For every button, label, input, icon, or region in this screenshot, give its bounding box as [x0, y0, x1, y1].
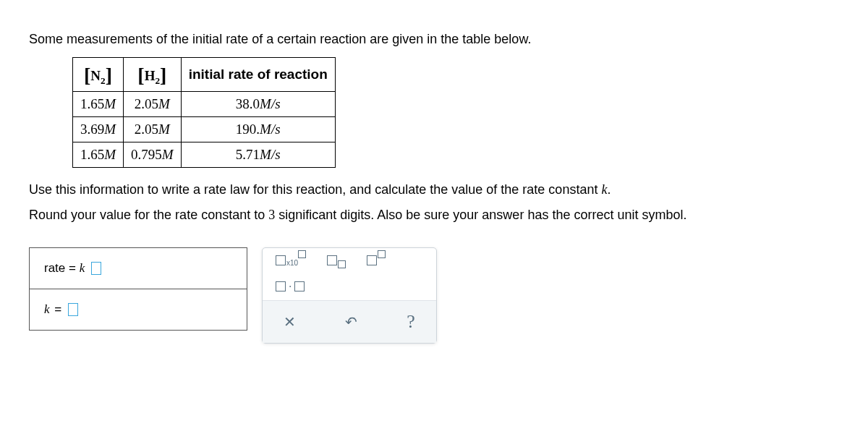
superscript-button[interactable]	[367, 255, 385, 265]
clear-button[interactable]: ✕	[284, 313, 296, 331]
table-row: 3.69M 2.05M 190.M/s	[73, 116, 336, 142]
help-button[interactable]: ?	[407, 311, 415, 333]
answer-box: rate = k k =	[29, 247, 247, 331]
equals-label: =	[54, 302, 65, 316]
k-value-input[interactable]	[68, 303, 78, 316]
multiply-button[interactable]: ·	[276, 280, 305, 293]
undo-button[interactable]: ↶	[345, 313, 357, 331]
k-symbol: k	[44, 302, 50, 316]
rate-law-input[interactable]	[91, 262, 101, 275]
header-n2: [N2]	[73, 58, 124, 92]
instruction-rate-law: Use this information to write a rate law…	[29, 182, 839, 197]
rate-law-label: rate =	[44, 261, 80, 275]
rate-law-input-row[interactable]: rate = k	[30, 248, 247, 289]
rate-constant-symbol: k	[80, 261, 85, 275]
header-h2: [H2]	[124, 58, 182, 92]
table-row: 1.65M 2.05M 38.0M/s	[73, 91, 336, 116]
intro-text: Some measurements of the initial rate of…	[29, 32, 839, 47]
k-value-input-row[interactable]: k =	[30, 289, 247, 330]
header-rate: initial rate of reaction	[181, 58, 335, 92]
reaction-data-table: [N2] [H2] initial rate of reaction 1.65M…	[72, 57, 336, 168]
subscript-button[interactable]	[327, 255, 345, 265]
equation-tool-panel: x10 · ✕ ↶ ?	[262, 247, 437, 344]
table-header-row: [N2] [H2] initial rate of reaction	[73, 58, 336, 92]
sci-notation-button[interactable]: x10	[276, 255, 305, 265]
instruction-rounding: Round your value for the rate constant t…	[29, 208, 839, 223]
table-row: 1.65M 0.795M 5.71M/s	[73, 142, 336, 167]
